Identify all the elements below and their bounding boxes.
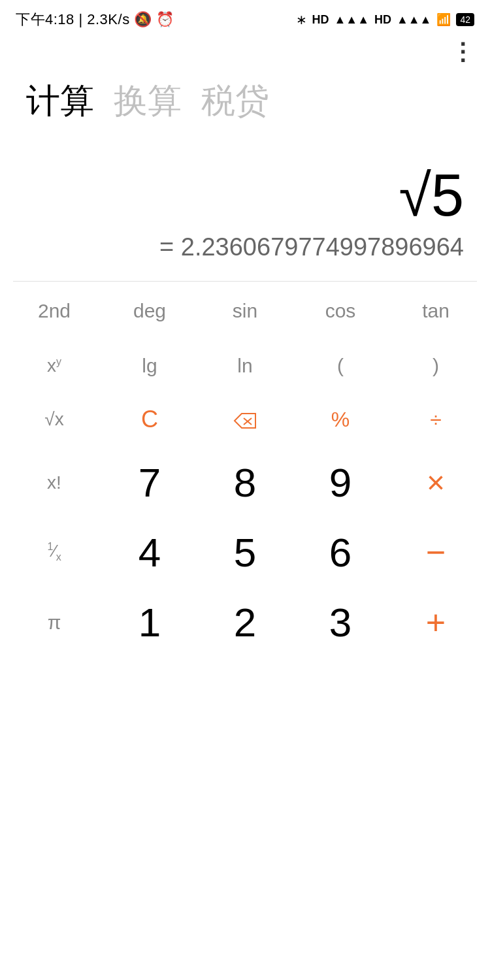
status-left: 下午4:18 | 2.3K/s 🔕 ⏰	[16, 10, 174, 29]
btn-7[interactable]: 7	[102, 448, 197, 517]
display-result: = 2.2360679774997896964	[154, 228, 469, 274]
display-area: √5 = 2.2360679774997896964	[0, 137, 490, 281]
signal-icon-2: HD	[374, 13, 391, 27]
btn-3[interactable]: 3	[293, 587, 388, 657]
btn-1[interactable]: 1	[102, 587, 197, 657]
btn-2nd[interactable]: 2nd	[7, 293, 102, 329]
btn-6[interactable]: 6	[293, 517, 388, 587]
btn-divide[interactable]: ÷	[388, 393, 483, 446]
tab-convert[interactable]: 换算	[114, 78, 182, 124]
signal-bars-1: ▲▲▲	[335, 13, 369, 27]
calculator-grid: xy lg ln ( ) √x C % ÷ x! 7 8 9 × 1⁄x 4 5…	[0, 340, 490, 657]
calc-row-4: 1⁄x 4 5 6 −	[7, 517, 483, 587]
btn-sin[interactable]: sin	[197, 293, 293, 329]
btn-deg[interactable]: deg	[102, 293, 197, 329]
btn-4[interactable]: 4	[102, 517, 197, 587]
status-right: ∗ HD ▲▲▲ HD ▲▲▲ 📶 42	[296, 12, 474, 27]
wifi-icon: 📶	[436, 12, 451, 27]
status-bar: 下午4:18 | 2.3K/s 🔕 ⏰ ∗ HD ▲▲▲ HD ▲▲▲ 📶 42	[0, 0, 490, 37]
btn-rparen[interactable]: )	[388, 340, 483, 391]
btn-lg[interactable]: lg	[102, 340, 197, 391]
tab-bar: 计算 换算 税贷	[0, 68, 490, 137]
btn-reciprocal[interactable]: 1⁄x	[7, 527, 102, 578]
battery-indicator: 42	[456, 13, 474, 26]
scientific-row: 2nd deg sin cos tan	[0, 282, 490, 340]
more-menu-area: ⋮	[0, 37, 490, 68]
calc-row-1: xy lg ln ( )	[7, 340, 483, 391]
signal-icon-1: HD	[312, 13, 329, 27]
calc-row-3: x! 7 8 9 ×	[7, 448, 483, 517]
btn-clear[interactable]: C	[102, 391, 197, 448]
btn-9[interactable]: 9	[293, 448, 388, 517]
calc-row-2: √x C % ÷	[7, 391, 483, 448]
bluetooth-icon: ∗	[296, 12, 307, 27]
btn-sqrt[interactable]: √x	[7, 395, 102, 444]
signal-bars-2: ▲▲▲	[397, 13, 431, 27]
btn-add[interactable]: +	[388, 589, 483, 657]
btn-lparen[interactable]: (	[293, 340, 388, 391]
display-expression: √5	[399, 163, 469, 228]
btn-5[interactable]: 5	[197, 517, 293, 587]
tab-calculate[interactable]: 计算	[26, 78, 94, 124]
calc-row-5: π 1 2 3 +	[7, 587, 483, 657]
btn-ln[interactable]: ln	[197, 340, 293, 391]
btn-factorial[interactable]: x!	[7, 458, 102, 508]
btn-cos[interactable]: cos	[293, 293, 388, 329]
btn-percent[interactable]: %	[293, 393, 388, 446]
btn-2[interactable]: 2	[197, 587, 293, 657]
btn-8[interactable]: 8	[197, 448, 293, 517]
btn-multiply[interactable]: ×	[388, 450, 483, 515]
btn-subtract[interactable]: −	[388, 525, 483, 581]
more-options-button[interactable]: ⋮	[451, 41, 474, 64]
tab-tax[interactable]: 税贷	[201, 78, 269, 124]
btn-tan[interactable]: tan	[388, 293, 483, 329]
btn-power[interactable]: xy	[7, 341, 102, 391]
btn-pi[interactable]: π	[7, 597, 102, 648]
btn-backspace[interactable]	[197, 395, 293, 444]
